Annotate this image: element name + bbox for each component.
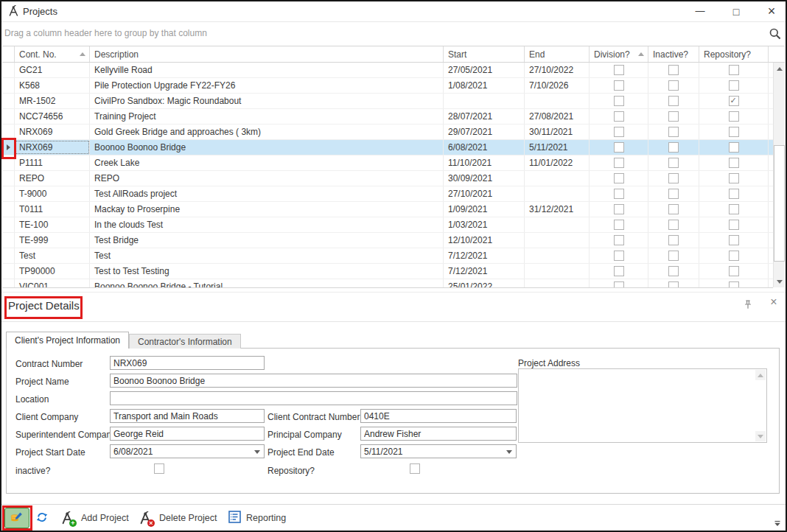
division-checkbox[interactable] — [614, 281, 624, 288]
cell-description[interactable]: Pile Protection Upgrade FY22-FY26 — [90, 78, 444, 93]
cell-start[interactable]: 7/12/2021 — [444, 248, 525, 263]
cell-cont-no[interactable]: T-9000 — [15, 186, 90, 201]
cell-start[interactable] — [444, 94, 525, 108]
repository-checkbox[interactable] — [729, 158, 739, 168]
cell-start[interactable]: 7/12/2021 — [444, 264, 525, 279]
client-contract-number-field[interactable] — [360, 409, 517, 423]
cell-cont-no[interactable]: GC21 — [15, 63, 90, 77]
cell-cont-no[interactable]: K568 — [15, 78, 90, 93]
cell-end[interactable]: 27/08/2021 — [525, 109, 590, 124]
table-row[interactable]: TE-999 Test Bridge 12/10/2021 — [2, 233, 773, 248]
repository-checkbox[interactable] — [729, 173, 739, 183]
division-checkbox[interactable] — [614, 189, 624, 199]
delete-project-button[interactable]: × Delete Project — [139, 505, 217, 531]
project-end-date-field[interactable] — [361, 445, 516, 458]
division-checkbox[interactable] — [614, 111, 624, 122]
column-header-division[interactable]: Division? — [590, 46, 648, 62]
refresh-button[interactable] — [36, 505, 48, 531]
table-row[interactable]: TP90000 Test to Test Testing 7/12/2021 — [2, 264, 773, 279]
table-row[interactable]: P1111 Creek Lake 11/10/2021 11/01/2022 — [2, 155, 773, 171]
cell-description[interactable]: Test AllRoads project — [90, 186, 444, 201]
cell-start[interactable]: 30/09/2021 — [444, 171, 525, 186]
cell-description[interactable]: Boonoo Boonoo Bridge - Tutorial — [90, 279, 444, 288]
project-address-textarea[interactable] — [518, 368, 767, 443]
inactive-checkbox[interactable] — [668, 142, 679, 153]
cell-cont-no[interactable]: NRX069 — [15, 125, 90, 139]
cell-description[interactable]: In the clouds Test — [90, 217, 444, 232]
cell-end[interactable] — [525, 248, 590, 263]
table-row[interactable]: VIC001 Boonoo Boonoo Bridge - Tutorial 2… — [2, 279, 773, 288]
repository-checkbox[interactable] — [729, 111, 739, 122]
cell-end[interactable]: 7/10/2026 — [525, 78, 590, 93]
chevron-down-icon[interactable] — [506, 450, 512, 454]
cell-description[interactable]: Boonoo Boonoo Bridge — [90, 140, 444, 155]
repository-checkbox[interactable] — [729, 204, 739, 214]
cell-end[interactable] — [525, 94, 590, 108]
tab-contractors-information[interactable]: Contractor's Information — [129, 334, 241, 349]
cell-end[interactable] — [525, 171, 590, 186]
cell-end[interactable]: 5/11/2021 — [525, 140, 590, 155]
project-name-field[interactable] — [110, 374, 517, 388]
inactive-checkbox[interactable] — [668, 173, 679, 183]
cell-description[interactable]: CivilPro Sandbox: Magic Roundabout — [90, 94, 444, 108]
cell-end[interactable] — [525, 217, 590, 232]
cell-start[interactable]: 1/08/2021 — [444, 78, 525, 93]
cell-cont-no[interactable]: NCC74656 — [15, 109, 90, 124]
scroll-up-icon[interactable] — [755, 370, 766, 380]
inactive-form-checkbox[interactable] — [154, 463, 164, 474]
repository-checkbox[interactable] — [729, 266, 739, 276]
cell-description[interactable]: Kellyville Road — [90, 63, 444, 77]
table-row[interactable]: Test Test 7/12/2021 — [2, 248, 773, 264]
cell-description[interactable]: Creek Lake — [90, 155, 444, 170]
scroll-down-icon[interactable] — [774, 276, 785, 287]
cell-start[interactable]: 1/09/2021 — [444, 202, 525, 217]
repository-checkbox[interactable] — [729, 96, 739, 106]
close-button[interactable]: × — [763, 4, 780, 19]
cell-end[interactable] — [525, 186, 590, 201]
column-header-cont-no[interactable]: Cont. No. — [15, 46, 90, 62]
cell-start[interactable]: 12/10/2021 — [444, 233, 525, 248]
cell-description[interactable]: Test — [90, 248, 444, 263]
inactive-checkbox[interactable] — [668, 220, 679, 230]
column-header-repository[interactable]: Repository? — [699, 46, 769, 62]
table-row[interactable]: REPO REPO 30/09/2021 — [2, 171, 773, 186]
cell-cont-no[interactable]: TE-100 — [15, 217, 90, 232]
table-row[interactable]: NRX069 Boonoo Boonoo Bridge 6/08/2021 5/… — [2, 140, 773, 155]
division-checkbox[interactable] — [614, 204, 624, 214]
cell-cont-no[interactable]: T0111 — [15, 202, 90, 217]
repository-checkbox[interactable] — [729, 189, 739, 199]
repository-checkbox[interactable] — [729, 235, 739, 245]
principal-company-field[interactable] — [360, 427, 517, 441]
inactive-checkbox[interactable] — [668, 281, 679, 288]
table-row[interactable]: NCC74656 Training Project 28/07/2021 27/… — [2, 109, 773, 125]
scrollbar-thumb[interactable] — [774, 145, 785, 262]
column-header-inactive[interactable]: Inactive? — [648, 46, 699, 62]
division-checkbox[interactable] — [614, 158, 624, 168]
cell-end[interactable] — [525, 264, 590, 279]
toolbar-overflow-icon[interactable] — [774, 517, 781, 530]
inactive-checkbox[interactable] — [668, 80, 679, 91]
cell-description[interactable]: Gold Greek Bridge and approaches ( 3km) — [90, 125, 444, 139]
division-checkbox[interactable] — [614, 96, 624, 106]
inactive-checkbox[interactable] — [668, 235, 679, 245]
cell-end[interactable]: 31/12/2021 — [525, 202, 590, 217]
inactive-checkbox[interactable] — [668, 111, 679, 122]
details-close-icon[interactable]: × — [767, 295, 780, 309]
cell-end[interactable]: 11/01/2022 — [525, 155, 590, 170]
cell-cont-no[interactable]: MR-1502 — [15, 94, 90, 108]
inactive-checkbox[interactable] — [668, 158, 679, 168]
cell-cont-no[interactable]: TE-999 — [15, 233, 90, 248]
inactive-checkbox[interactable] — [668, 189, 679, 199]
cell-end[interactable]: 27/10/2022 — [525, 63, 590, 77]
table-row[interactable]: MR-1502 CivilPro Sandbox: Magic Roundabo… — [2, 94, 773, 109]
division-checkbox[interactable] — [614, 251, 624, 261]
cell-start[interactable]: 6/08/2021 — [444, 140, 525, 155]
maximize-button[interactable]: □ — [727, 4, 745, 19]
inactive-checkbox[interactable] — [668, 127, 679, 137]
client-company-field[interactable] — [110, 409, 265, 423]
inactive-checkbox[interactable] — [668, 204, 679, 214]
column-header-description[interactable]: Description — [90, 46, 444, 62]
repository-form-checkbox[interactable] — [410, 463, 420, 474]
table-row[interactable]: T0111 Mackay to Proserpine 1/09/2021 31/… — [2, 202, 773, 217]
cell-start[interactable]: 25/01/2022 — [444, 279, 525, 288]
